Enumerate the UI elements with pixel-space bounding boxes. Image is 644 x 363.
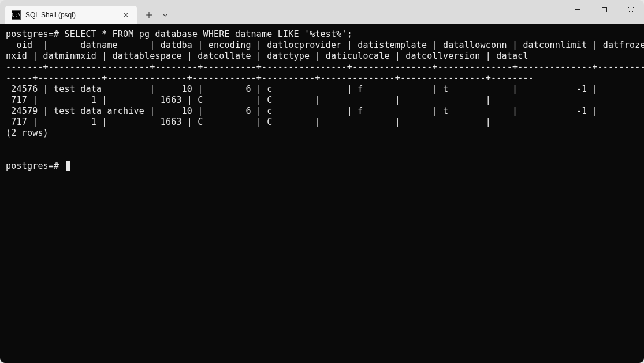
new-tab-button[interactable] xyxy=(141,7,157,23)
table-row: 24579 | test_data_archive | 10 | 6 | c |… xyxy=(6,106,598,116)
table-row: 717 | 1 | 1663 | C | C | | | xyxy=(6,95,491,105)
row-count: (2 rows) xyxy=(6,128,49,138)
plus-icon xyxy=(146,12,152,18)
window-controls xyxy=(564,0,644,18)
cursor xyxy=(66,161,70,171)
table-row: 717 | 1 | 1663 | C | C | | | xyxy=(6,117,491,127)
svg-rect-5 xyxy=(602,7,606,12)
titlebar: C:\ SQL Shell (psql) xyxy=(0,0,644,24)
tab-active[interactable]: C:\ SQL Shell (psql) xyxy=(5,6,137,24)
table-header-line1: oid | datname | datdba | encoding | datl… xyxy=(6,40,644,50)
sql-query: SELECT * FROM pg_database WHERE datname … xyxy=(65,29,352,39)
close-icon xyxy=(628,6,634,13)
close-icon xyxy=(123,12,129,18)
tab-area: C:\ SQL Shell (psql) xyxy=(0,0,173,24)
tab-title: SQL Shell (psql) xyxy=(25,11,121,19)
minimize-button[interactable] xyxy=(564,0,591,18)
terminal-icon: C:\ xyxy=(12,10,21,20)
tab-dropdown-button[interactable] xyxy=(157,7,173,23)
maximize-button[interactable] xyxy=(591,0,617,18)
chevron-down-icon xyxy=(162,13,168,17)
terminal-output[interactable]: postgres=# SELECT * FROM pg_database WHE… xyxy=(0,24,644,363)
table-separator-line2: -----+------------+---------------+-----… xyxy=(6,73,534,83)
minimize-icon xyxy=(575,6,581,13)
table-separator-line1: -------+-------------------+--------+---… xyxy=(6,62,644,72)
table-row: 24576 | test_data | 10 | 6 | c | f | t |… xyxy=(6,84,598,94)
prompt: postgres=# xyxy=(6,161,59,171)
close-tab-button[interactable] xyxy=(121,10,131,20)
prompt: postgres=# xyxy=(6,29,59,39)
table-header-line2: nxid | datminmxid | dattablespace | datc… xyxy=(6,51,528,61)
maximize-icon xyxy=(601,6,608,13)
close-window-button[interactable] xyxy=(617,0,644,18)
